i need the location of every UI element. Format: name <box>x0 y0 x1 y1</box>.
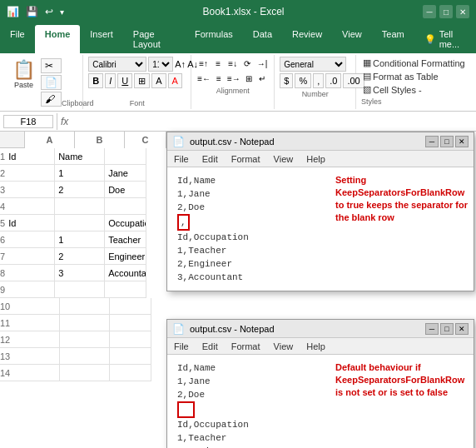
notepad-top-menu-view[interactable]: View <box>267 151 300 167</box>
cut-button[interactable]: ✂ <box>41 58 62 73</box>
cell[interactable] <box>10 298 60 315</box>
align-center-button[interactable]: ≡ <box>212 72 226 85</box>
save-icon[interactable]: 💾 <box>26 6 38 17</box>
cell[interactable] <box>10 365 60 381</box>
tab-formulas[interactable]: Formulas <box>185 25 243 53</box>
format-painter-button[interactable]: 🖌 <box>41 92 62 107</box>
cell[interactable] <box>10 315 60 331</box>
cell[interactable] <box>10 348 60 365</box>
tab-page-layout[interactable]: Page Layout <box>123 25 185 53</box>
cell[interactable] <box>5 265 55 281</box>
tab-data[interactable]: Data <box>243 25 282 53</box>
notepad-bottom-menu-format[interactable]: Format <box>225 338 267 354</box>
cell[interactable] <box>5 182 55 198</box>
tab-team[interactable]: Team <box>372 25 414 53</box>
paste-button[interactable]: 📋 Paste <box>7 57 41 107</box>
cell[interactable]: 1 <box>55 231 105 248</box>
notepad-top-close[interactable]: ✕ <box>455 136 469 147</box>
copy-button[interactable]: 📄 <box>41 75 62 90</box>
maximize-button[interactable]: □ <box>439 5 453 18</box>
fill-color-button[interactable]: A <box>151 73 166 88</box>
wrap-text-button[interactable]: ↵ <box>256 72 270 85</box>
align-middle-button[interactable]: ≡ <box>211 57 226 70</box>
notepad-top-menu-edit[interactable]: Edit <box>196 151 225 167</box>
format-as-table-button[interactable]: ▤ Format as Table <box>361 70 468 82</box>
tab-tell-me[interactable]: 💡 Tell me... <box>414 25 476 53</box>
cell[interactable]: Occupation <box>105 215 146 231</box>
notepad-bottom-menu-file[interactable]: File <box>167 338 196 354</box>
merge-button[interactable]: ⊞ <box>242 72 255 85</box>
notepad-bottom-menu-help[interactable]: Help <box>300 338 332 354</box>
cell-styles-button[interactable]: ▧ Cell Styles - <box>361 83 468 96</box>
number-format-select[interactable]: General <box>280 57 346 72</box>
cell[interactable] <box>110 315 151 331</box>
notepad-bottom-menu-view[interactable]: View <box>267 338 300 354</box>
notepad-top-menu-file[interactable]: File <box>167 151 196 167</box>
cell[interactable]: 2 <box>55 248 105 265</box>
notepad-bottom-menu-edit[interactable]: Edit <box>196 338 225 354</box>
cell[interactable]: 1 <box>55 165 105 182</box>
cell[interactable]: Id <box>5 148 55 165</box>
notepad-bottom-close[interactable]: ✕ <box>455 323 469 335</box>
comma-button[interactable]: , <box>313 73 324 88</box>
bold-button[interactable]: B <box>88 73 103 88</box>
col-header-a[interactable]: A <box>25 132 75 148</box>
notepad-top-menu-help[interactable]: Help <box>300 151 332 167</box>
cell[interactable] <box>110 365 151 381</box>
cell[interactable] <box>10 331 60 348</box>
cell[interactable] <box>5 248 55 265</box>
align-top-button[interactable]: ≡↑ <box>196 57 211 70</box>
align-right-button[interactable]: ≡→ <box>226 72 241 85</box>
cell[interactable] <box>60 298 110 315</box>
cell[interactable] <box>110 298 151 315</box>
tab-view[interactable]: View <box>332 25 372 53</box>
cell[interactable] <box>105 148 146 165</box>
cell[interactable] <box>60 348 110 365</box>
notepad-top-minimize[interactable]: ─ <box>425 136 439 147</box>
underline-button[interactable]: U <box>117 73 132 88</box>
cell[interactable]: Doe <box>105 182 146 198</box>
cell[interactable] <box>60 365 110 381</box>
cell[interactable] <box>110 348 151 365</box>
font-color-button[interactable]: A <box>168 73 182 88</box>
minimize-button[interactable]: ─ <box>423 5 436 18</box>
cell[interactable]: 3 <box>55 265 105 281</box>
formula-input[interactable] <box>72 117 473 127</box>
indent-increase-button[interactable]: →| <box>255 57 270 70</box>
align-left-button[interactable]: ≡← <box>196 72 211 85</box>
cell[interactable]: Engineer <box>105 248 146 265</box>
cell[interactable] <box>60 315 110 331</box>
cell[interactable] <box>55 281 105 298</box>
name-box[interactable]: F18 <box>3 115 53 128</box>
tab-home[interactable]: Home <box>35 25 81 53</box>
align-bottom-button[interactable]: ≡↓ <box>226 57 240 70</box>
notepad-bottom-minimize[interactable]: ─ <box>425 323 439 335</box>
cell[interactable]: Accountant <box>105 265 146 281</box>
cell[interactable]: Jane <box>105 165 146 182</box>
tab-insert[interactable]: Insert <box>80 25 123 53</box>
italic-button[interactable]: I <box>105 73 116 88</box>
notepad-bottom-maximize[interactable]: □ <box>440 323 454 335</box>
col-header-c[interactable]: C <box>125 132 166 148</box>
undo-icon[interactable]: ↩ <box>45 6 53 17</box>
cell[interactable] <box>5 231 55 248</box>
cell[interactable]: Teacher <box>105 231 146 248</box>
cell[interactable] <box>5 198 55 215</box>
cell[interactable] <box>60 331 110 348</box>
currency-button[interactable]: $ <box>280 73 293 88</box>
cell[interactable]: 2 <box>55 182 105 198</box>
cell[interactable] <box>55 198 105 215</box>
notepad-top-menu-format[interactable]: Format <box>225 151 267 167</box>
close-button[interactable]: ✕ <box>456 5 469 18</box>
increase-font-icon[interactable]: A↑ <box>175 59 186 69</box>
text-direction-button[interactable]: ⟳ <box>240 57 255 70</box>
font-family-select[interactable]: Calibri <box>88 57 146 72</box>
tab-file[interactable]: File <box>0 25 35 53</box>
notepad-top-maximize[interactable]: □ <box>440 136 454 147</box>
tab-review[interactable]: Review <box>282 25 332 53</box>
cell[interactable] <box>5 281 55 298</box>
cell[interactable] <box>55 215 105 231</box>
font-size-select[interactable]: 11 <box>148 57 173 72</box>
conditional-formatting-button[interactable]: ▦ Conditional Formatting <box>361 57 468 69</box>
cell[interactable] <box>5 165 55 182</box>
